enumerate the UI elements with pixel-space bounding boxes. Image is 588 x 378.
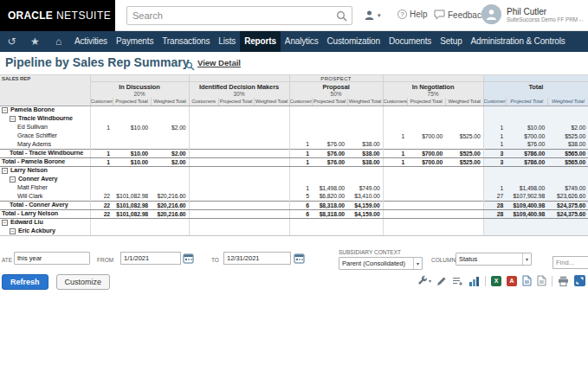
value-cell: 28: [483, 201, 506, 209]
column-group-header: In Negotiation75%: [383, 82, 483, 99]
sales-rep-name[interactable]: −Larry Nelson: [0, 166, 90, 175]
subsidiary-context-select[interactable]: Parent (Consolidated) ▾: [339, 257, 423, 270]
value-cell: $525.00: [445, 157, 483, 166]
collapse-icon[interactable]: −: [10, 116, 16, 122]
view-detail-icon[interactable]: [185, 59, 195, 74]
value-cell: [254, 183, 289, 192]
netsuite-logo-text: NETSUITE: [56, 10, 111, 22]
value-cell: [90, 166, 113, 175]
add-to-list-button[interactable]: [452, 276, 463, 286]
to-date-input[interactable]: [223, 252, 291, 265]
customize-button[interactable]: Customize: [56, 274, 111, 290]
user-menu[interactable]: Phil Cutler SuiteSuccess Demo FF PRM - A…: [481, 4, 588, 24]
value-cell: $101,082.98: [113, 209, 151, 218]
date-range-select[interactable]: this year: [14, 252, 90, 265]
collapse-icon[interactable]: −: [2, 220, 8, 226]
search-icon[interactable]: [336, 10, 347, 22]
nav-item-payments[interactable]: Payments: [112, 31, 158, 52]
home-icon[interactable]: ⌂: [47, 31, 70, 52]
value-cell: [506, 227, 547, 235]
value-cell: [189, 183, 218, 192]
value-cell: [151, 175, 189, 183]
expand-button[interactable]: [574, 275, 585, 286]
export-excel-button[interactable]: X: [491, 276, 501, 286]
value-cell: [113, 183, 151, 192]
value-cell: [383, 183, 407, 192]
export-pdf-button[interactable]: A: [507, 276, 517, 286]
nav-item-reports[interactable]: Reports: [240, 31, 281, 52]
value-cell: [347, 166, 383, 175]
nav-item-setup[interactable]: Setup: [436, 31, 466, 52]
value-cell: [347, 218, 383, 227]
collapse-icon[interactable]: −: [10, 228, 16, 234]
value-cell: [113, 175, 151, 183]
sales-rep-name[interactable]: −Tracie Windbourne: [0, 114, 90, 123]
recent-records-icon[interactable]: ↺: [0, 31, 23, 52]
oracle-netsuite-logo[interactable]: ORACLE NETSUITE: [0, 0, 115, 31]
nav-item-customization[interactable]: Customization: [323, 31, 384, 52]
word-doc-icon: [522, 275, 532, 286]
graph-view-button[interactable]: [468, 276, 480, 286]
export-csv-button[interactable]: [537, 275, 546, 286]
value-cell: $565.00: [547, 149, 588, 157]
value-cell: 1: [90, 157, 113, 166]
value-cell: $8,318.00: [312, 201, 347, 209]
nav-item-lists[interactable]: Lists: [214, 31, 240, 52]
value-cell: 1: [90, 149, 113, 157]
search-input[interactable]: [127, 10, 336, 21]
value-cell: [445, 166, 483, 175]
to-calendar-button[interactable]: [293, 252, 306, 265]
from-calendar-button[interactable]: [182, 252, 195, 265]
table-row: Total - Tracie Windbourne1$10.00$2.001$7…: [0, 149, 588, 157]
table-row: Matt Fisher1$1,498.00$749.001$1,498.00$7…: [0, 183, 588, 192]
tools-button[interactable]: ▾: [417, 275, 431, 286]
role-switcher[interactable]: ▾: [364, 10, 381, 21]
collapse-icon[interactable]: −: [2, 107, 8, 113]
print-button[interactable]: [558, 276, 569, 286]
value-cell: [254, 218, 289, 227]
shortcuts-star-icon[interactable]: ★: [23, 31, 47, 52]
sales-rep-name: Ed Sullivan: [0, 123, 90, 131]
sales-rep-name[interactable]: −Edward Liu: [0, 218, 90, 227]
value-cell: [383, 201, 407, 209]
subcolumn-header: Projected Total: [218, 98, 254, 106]
value-cell: [189, 157, 218, 166]
sales-rep-name[interactable]: −Eric Ackbury: [0, 227, 90, 235]
nav-item-analytics[interactable]: Analytics: [281, 31, 323, 52]
table-row: Mary Adems1$76.00$38.001$76.00$38.00: [0, 140, 588, 149]
find-input[interactable]: [552, 256, 588, 269]
value-cell: [90, 218, 113, 227]
table-row: Ed Sullivan1$10.00$2.001$10.00$2.00: [0, 123, 588, 131]
nav-item-activities[interactable]: Activities: [70, 31, 112, 52]
value-cell: [312, 131, 347, 140]
export-word-button[interactable]: [522, 275, 532, 286]
view-detail-link[interactable]: View Detail: [197, 58, 241, 67]
global-search[interactable]: [126, 6, 352, 25]
value-cell: $23,626.60: [547, 192, 588, 201]
value-cell: 6: [289, 201, 312, 209]
value-cell: [407, 183, 445, 192]
column-select[interactable]: Status ▾: [456, 253, 532, 266]
refresh-button[interactable]: Refresh: [2, 274, 48, 290]
from-date-input[interactable]: [120, 252, 181, 265]
collapse-icon[interactable]: −: [10, 176, 16, 183]
feedback-link[interactable]: Feedback: [434, 10, 486, 20]
nav-item-transactions[interactable]: Transactions: [158, 31, 214, 52]
collapse-icon[interactable]: −: [2, 168, 8, 174]
edit-report-button[interactable]: [436, 276, 447, 286]
value-cell: [445, 209, 483, 218]
calendar-icon: [294, 253, 305, 264]
nav-item-documents[interactable]: Documents: [384, 31, 436, 52]
nav-item-administration-controls[interactable]: Administration & Controls: [467, 31, 570, 52]
sales-rep-name[interactable]: −Conner Avery: [0, 175, 90, 183]
value-cell: [547, 227, 588, 235]
sales-rep-name[interactable]: −Pamela Borone: [0, 106, 90, 114]
to-label: TO: [211, 257, 219, 263]
value-cell: [189, 192, 218, 201]
value-cell: [90, 131, 113, 140]
value-cell: [254, 106, 289, 114]
sales-rep-name: Total - Pamela Borone: [0, 157, 90, 166]
help-link[interactable]: ? Help: [397, 10, 428, 19]
value-cell: $10.00: [113, 149, 151, 157]
value-cell: [312, 166, 347, 175]
